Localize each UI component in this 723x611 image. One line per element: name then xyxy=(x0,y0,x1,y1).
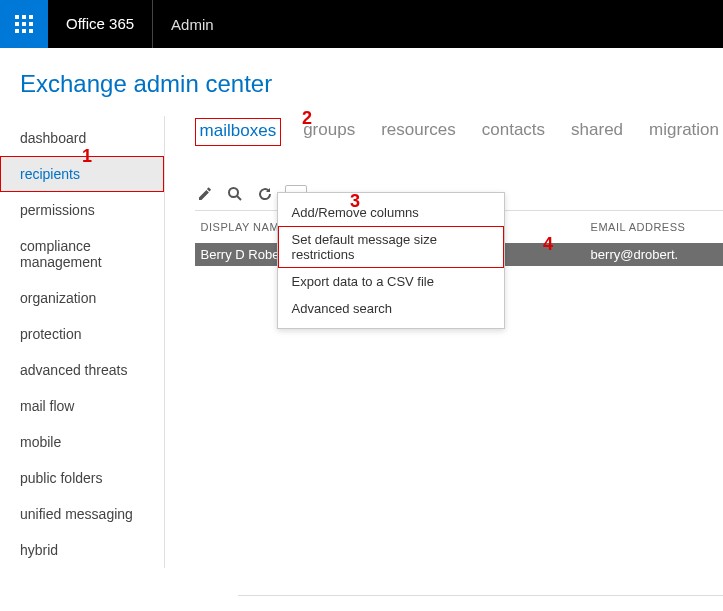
sidebar-item-unified-messaging[interactable]: unified messaging xyxy=(0,496,164,532)
sidebar-item-public-folders[interactable]: public folders xyxy=(0,460,164,496)
sidebar-item-advanced-threats[interactable]: advanced threats xyxy=(0,352,164,388)
content: dashboard recipients permissions complia… xyxy=(0,116,723,568)
menu-item-advanced-search[interactable]: Advanced search xyxy=(278,295,504,322)
menu-item-export-csv[interactable]: Export data to a CSV file xyxy=(278,268,504,295)
divider xyxy=(238,595,723,596)
sidebar-item-protection[interactable]: protection xyxy=(0,316,164,352)
sidebar-item-organization[interactable]: organization xyxy=(0,280,164,316)
menu-item-add-remove-columns[interactable]: Add/Remove columns xyxy=(278,199,504,226)
sidebar-item-hybrid[interactable]: hybrid xyxy=(0,532,164,568)
tabs: mailboxes groups resources contacts shar… xyxy=(195,118,723,146)
tab-groups[interactable]: groups xyxy=(299,118,359,146)
app-launcher-button[interactable] xyxy=(0,0,48,48)
tab-shared[interactable]: shared xyxy=(567,118,627,146)
refresh-button[interactable] xyxy=(255,184,275,204)
sidebar-item-permissions[interactable]: permissions xyxy=(0,192,164,228)
section-label[interactable]: Admin xyxy=(153,16,232,33)
refresh-icon xyxy=(257,186,273,202)
sidebar-item-mail-flow[interactable]: mail flow xyxy=(0,388,164,424)
sidebar-item-dashboard[interactable]: dashboard xyxy=(0,120,164,156)
column-header-email[interactable]: EMAIL ADDRESS xyxy=(591,221,717,233)
tab-mailboxes[interactable]: mailboxes xyxy=(195,118,282,146)
search-icon xyxy=(227,186,243,202)
topbar: Office 365 Admin xyxy=(0,0,723,48)
waffle-icon xyxy=(15,15,33,33)
svg-point-0 xyxy=(229,188,238,197)
sidebar-item-mobile[interactable]: mobile xyxy=(0,424,164,460)
tab-contacts[interactable]: contacts xyxy=(478,118,549,146)
sidebar-item-recipients[interactable]: recipients xyxy=(0,156,164,192)
cell-email: berry@drobert. xyxy=(591,247,717,262)
svg-line-1 xyxy=(237,196,241,200)
main: mailboxes groups resources contacts shar… xyxy=(165,116,723,568)
tab-resources[interactable]: resources xyxy=(377,118,460,146)
sidebar: dashboard recipients permissions complia… xyxy=(0,116,165,568)
tab-migration[interactable]: migration xyxy=(645,118,723,146)
pencil-icon xyxy=(197,186,213,202)
more-menu: Add/Remove columns Set default message s… xyxy=(277,192,505,329)
edit-button[interactable] xyxy=(195,184,215,204)
menu-item-set-default-message-size-restrictions[interactable]: Set default message size restrictions xyxy=(278,226,504,268)
search-button[interactable] xyxy=(225,184,245,204)
sidebar-item-compliance-management[interactable]: compliance management xyxy=(0,228,164,280)
page-title: Exchange admin center xyxy=(20,70,723,98)
brand-label[interactable]: Office 365 xyxy=(48,0,153,48)
